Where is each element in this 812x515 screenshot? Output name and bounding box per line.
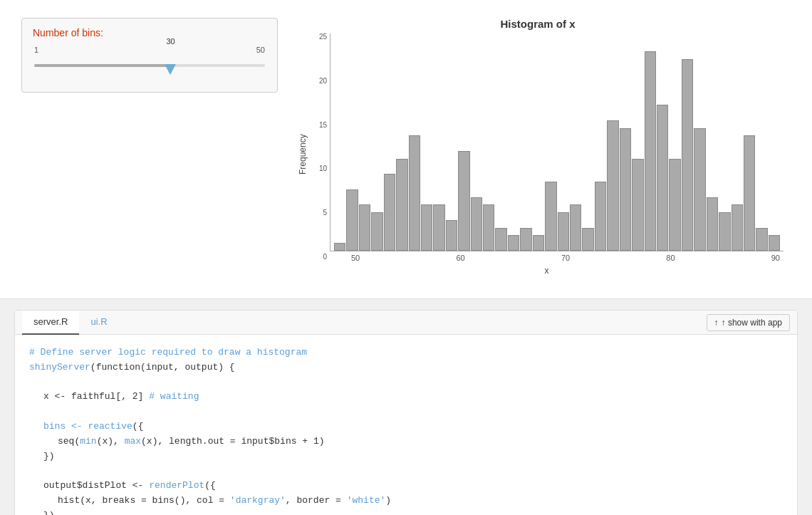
tab-ui[interactable]: ui.R [79,311,118,334]
y-axis-label: Frequency [292,33,310,276]
y-tick-20: 20 [310,78,330,85]
y-tick-15: 15 [310,122,330,129]
chart-area: Histogram of x Frequency 0 5 10 15 20 25 [292,11,798,288]
bar-5 [396,159,407,251]
x-axis-labels: 50 60 70 80 90 [330,251,784,262]
bar-16 [533,235,544,251]
bar-18 [558,212,569,251]
slider-value-display: 30 [166,37,175,46]
code-line-blank1 [29,375,783,390]
x-tick-70: 70 [561,254,570,262]
chart-container: Frequency 0 5 10 15 20 25 [292,33,784,276]
slider-track-container: 1 30 50 [33,46,266,81]
y-tick-5: 5 [310,209,330,217]
code-line-7: output$distPlot <- renderPlot({ [43,479,783,494]
slider-box: Number of bins: 1 30 50 [21,18,278,93]
code-line-4: bins <- reactive({ [43,420,783,435]
bar-21 [595,182,606,251]
bar-10 [458,151,469,251]
bar-33 [744,135,755,251]
code-line-5: seq(min(x), max(x), length.out = input$b… [58,435,783,449]
bar-29 [694,128,705,251]
bar-3 [371,212,382,251]
bar-19 [570,204,581,251]
bar-23 [620,128,631,251]
bar-14 [508,235,519,251]
slider-fill [34,64,170,67]
bar-12 [483,204,494,251]
bar-34 [756,228,767,251]
x-axis-title: x [310,266,784,276]
x-tick-80: 80 [666,254,675,262]
code-line-blank2 [29,405,783,420]
bar-35 [769,235,780,251]
show-app-label: ↑ show with app [722,318,782,328]
code-line-8: hist(x, breaks = bins(), col = 'darkgray… [58,494,783,509]
code-line-9: }) [43,509,783,515]
tab-server[interactable]: server.R [22,311,79,335]
y-ticks: 0 5 10 15 20 25 [310,33,330,262]
bars-wrapper [330,41,784,251]
code-line-3: x <- faithful[, 2] # waiting [43,390,783,405]
slider-label: Number of bins: [33,27,266,38]
bar-15 [520,228,531,251]
code-line-blank3 [29,464,783,479]
bar-4 [384,174,395,251]
code-line-2: shinyServer(function(input, output) { [29,360,783,375]
y-tick-0: 0 [310,254,330,261]
bar-17 [545,182,556,251]
code-body: # Define server logic required to draw a… [15,335,797,515]
bar-8 [433,204,444,251]
bar-20 [582,228,593,251]
bar-27 [669,159,680,251]
x-tick-90: 90 [771,254,780,262]
bar-13 [495,228,506,251]
bar-30 [707,197,718,251]
slider-max-label: 50 [256,46,265,54]
bar-6 [409,135,420,251]
top-section: Number of bins: 1 30 50 Histogram of x [0,0,812,299]
chart-plot [330,33,784,251]
show-app-arrow-icon: ↑ [714,318,719,328]
bar-22 [607,120,618,251]
slider-minmax: 1 30 50 [34,46,265,54]
slider-thumb[interactable] [165,64,176,75]
bar-9 [446,220,457,251]
code-panel: server.R ui.R ↑ ↑ show with app # Define… [14,310,798,515]
slider-min-label: 1 [34,46,38,54]
chart-title: Histogram of x [500,18,575,30]
controls-panel: Number of bins: 1 30 50 [14,11,292,288]
bar-26 [657,105,668,251]
slider-track[interactable] [34,64,265,67]
bar-24 [632,159,643,251]
bar-2 [359,204,370,251]
tabs-bar: server.R ui.R ↑ ↑ show with app [15,311,797,335]
bar-0 [334,243,345,251]
tabs-left: server.R ui.R [22,311,119,334]
bottom-section: server.R ui.R ↑ ↑ show with app # Define… [0,299,812,515]
bar-1 [346,189,358,251]
y-tick-10: 10 [310,165,330,172]
bar-11 [471,197,482,251]
bar-25 [645,51,656,251]
y-tick-25: 25 [310,33,330,41]
bar-31 [719,212,730,251]
bar-28 [682,59,693,251]
bar-32 [732,204,743,251]
bar-7 [421,204,432,251]
code-line-6: }) [43,449,783,464]
show-app-button[interactable]: ↑ ↑ show with app [707,314,790,331]
code-line-1: # Define server logic required to draw a… [29,345,783,360]
x-tick-50: 50 [351,254,360,262]
x-tick-60: 60 [456,254,464,262]
